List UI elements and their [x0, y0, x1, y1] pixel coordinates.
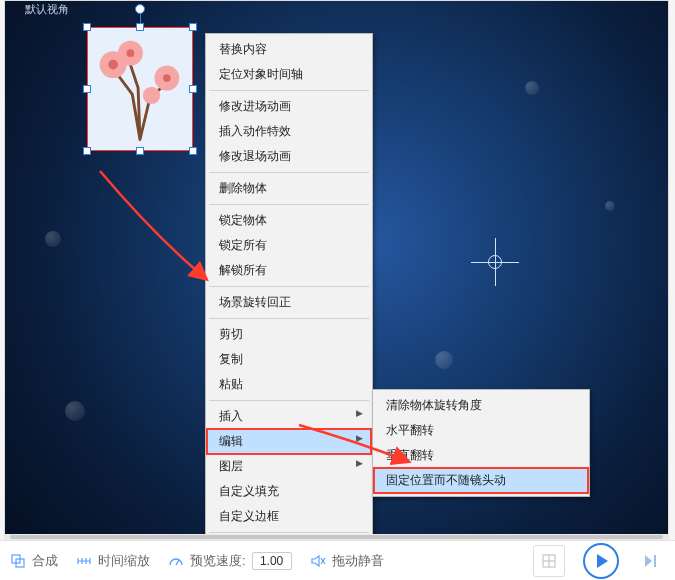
bubble: [435, 351, 453, 369]
resize-handle[interactable]: [136, 147, 144, 155]
flower-clipart: [92, 32, 188, 143]
pivot-crosshair: [471, 238, 519, 286]
drag-mute-button[interactable]: 拖动静音: [310, 552, 384, 570]
gauge-icon: [168, 553, 184, 569]
menu-item[interactable]: 场景旋转回正: [207, 290, 371, 315]
skip-forward-button[interactable]: [637, 547, 665, 575]
context-submenu[interactable]: 清除物体旋转角度水平翻转垂直翻转固定位置而不随镜头动: [372, 389, 590, 497]
bubble: [605, 201, 615, 211]
svg-rect-15: [654, 555, 656, 567]
svg-point-1: [108, 60, 118, 70]
menu-separator: [209, 90, 369, 91]
submenu-item[interactable]: 清除物体旋转角度: [374, 393, 588, 418]
resize-handle[interactable]: [189, 147, 197, 155]
submenu-item[interactable]: 垂直翻转: [374, 443, 588, 468]
resize-handle[interactable]: [83, 85, 91, 93]
editor-canvas[interactable]: 默认视角 X / 网 system.com 替换内容定位对象时间轴修改进场动画插…: [4, 0, 669, 535]
time-scale-button[interactable]: 时间缩放: [76, 552, 150, 570]
menu-separator: [209, 400, 369, 401]
time-scale-label: 时间缩放: [98, 552, 150, 570]
composite-label: 合成: [32, 552, 58, 570]
svg-point-5: [163, 74, 171, 82]
context-menu[interactable]: 替换内容定位对象时间轴修改进场动画插入动作特效修改退场动画删除物体锁定物体锁定所…: [205, 33, 373, 535]
resize-handle[interactable]: [83, 147, 91, 155]
view-label: 默认视角: [25, 2, 69, 17]
menu-separator: [209, 532, 369, 533]
submenu-item[interactable]: 固定位置而不随镜头动: [374, 468, 588, 493]
menu-item[interactable]: 自定义填充: [207, 479, 371, 504]
menu-item[interactable]: 编辑: [207, 429, 371, 454]
svg-point-6: [143, 87, 160, 104]
resize-handle[interactable]: [136, 23, 144, 31]
time-scale-icon: [76, 553, 92, 569]
preview-speed-value[interactable]: 1.00: [252, 552, 292, 570]
menu-item[interactable]: 定位对象时间轴: [207, 62, 371, 87]
rotate-handle[interactable]: [135, 4, 145, 14]
menu-item[interactable]: 锁定物体: [207, 208, 371, 233]
bottom-toolbar: 合成 时间缩放 预览速度: 1.00 拖动静音: [0, 540, 675, 580]
menu-separator: [209, 318, 369, 319]
menu-item[interactable]: 自定义边框: [207, 504, 371, 529]
play-button[interactable]: [583, 543, 619, 579]
svg-line-9: [176, 560, 179, 565]
menu-item[interactable]: 删除物体: [207, 176, 371, 201]
menu-item[interactable]: 复制: [207, 347, 371, 372]
preview-speed-control[interactable]: 预览速度: 1.00: [168, 552, 292, 570]
grid-button[interactable]: [533, 545, 565, 577]
bubble: [45, 231, 61, 247]
menu-separator: [209, 172, 369, 173]
svg-point-3: [127, 49, 135, 57]
menu-separator: [209, 286, 369, 287]
composite-icon: [10, 553, 26, 569]
skip-forward-icon: [642, 552, 660, 570]
menu-item[interactable]: 修改退场动画: [207, 144, 371, 169]
selected-object[interactable]: [87, 27, 193, 151]
resize-handle[interactable]: [83, 23, 91, 31]
menu-item[interactable]: 剪切: [207, 322, 371, 347]
grid-icon: [541, 553, 557, 569]
submenu-item[interactable]: 水平翻转: [374, 418, 588, 443]
bubble: [65, 401, 85, 421]
preview-speed-label: 预览速度:: [190, 552, 246, 570]
menu-item[interactable]: 粘贴: [207, 372, 371, 397]
resize-handle[interactable]: [189, 85, 197, 93]
menu-item[interactable]: 插入动作特效: [207, 119, 371, 144]
menu-item[interactable]: 图层: [207, 454, 371, 479]
drag-mute-label: 拖动静音: [332, 552, 384, 570]
menu-item[interactable]: 锁定所有: [207, 233, 371, 258]
resize-handle[interactable]: [189, 23, 197, 31]
menu-separator: [209, 204, 369, 205]
bubble: [525, 81, 539, 95]
mute-icon: [310, 553, 326, 569]
menu-item[interactable]: 修改进场动画: [207, 94, 371, 119]
menu-item[interactable]: 替换内容: [207, 37, 371, 62]
menu-item[interactable]: 解锁所有: [207, 258, 371, 283]
play-icon: [597, 554, 608, 568]
composite-button[interactable]: 合成: [10, 552, 58, 570]
menu-item[interactable]: 插入: [207, 404, 371, 429]
